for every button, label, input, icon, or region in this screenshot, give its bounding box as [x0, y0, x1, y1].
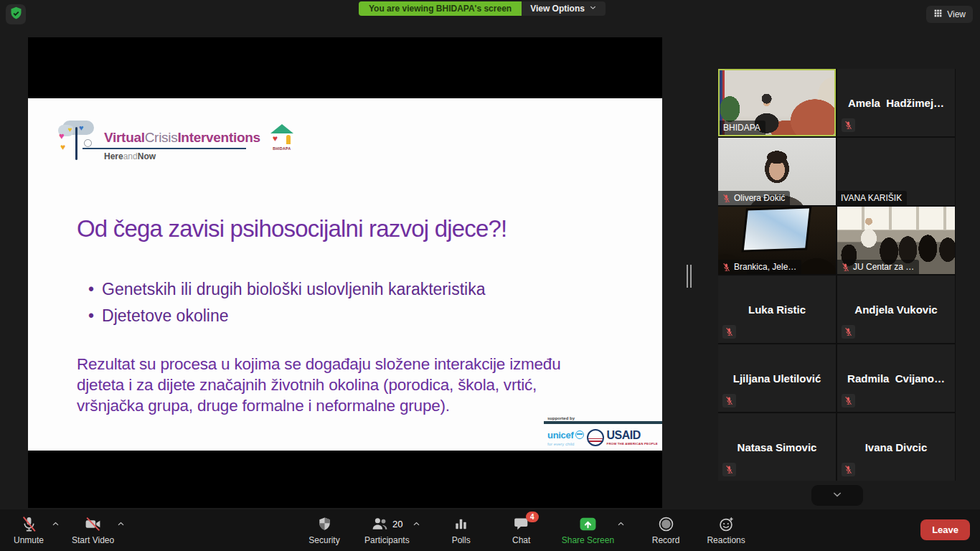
toolbar-item-record: Record: [646, 514, 686, 545]
logo-tagline-word: Here: [104, 151, 123, 161]
participant-tile-ivana-divcic[interactable]: Ivana Divcic: [837, 413, 955, 481]
participant-name-label: IVANA KARIŠIK: [837, 191, 907, 205]
participants-options-caret[interactable]: [412, 519, 421, 529]
bird-icon: [84, 139, 92, 147]
slide-bullet: Genetskih ili drugih biološki uslovljeni…: [88, 276, 485, 303]
view-button-label: View: [947, 9, 966, 19]
participant-tile-amela-had-imej[interactable]: Amela Hadžimej…: [837, 69, 955, 136]
mic-muted-icon: [842, 118, 855, 132]
participants-button[interactable]: 20Participants: [364, 514, 410, 545]
slide-bullet-text: Djetetove okoline: [102, 303, 228, 329]
slide-bullet: Djetetove okoline: [88, 303, 485, 329]
leave-button[interactable]: Leave: [920, 519, 970, 540]
usaid-seal-icon: [587, 429, 604, 446]
bhidapa-house-icon: ♥ BHIDAPA: [268, 124, 296, 157]
mic-muted-icon: [842, 463, 855, 476]
unicef-logo: unicef for every child: [547, 430, 584, 446]
mic-muted-icon: [722, 263, 731, 272]
security-button[interactable]: Security: [304, 514, 344, 545]
participant-tile-andjela-vukovic[interactable]: Andjela Vukovic: [837, 276, 955, 343]
record-icon: [657, 515, 675, 533]
participant-tile-ljiljana-uletilovi[interactable]: Ljiljana Uletilović: [718, 344, 836, 412]
share-screen-label: Share Screen: [562, 535, 614, 545]
meeting-security-shield-button[interactable]: [6, 4, 26, 24]
share-screen-button[interactable]: Share Screen: [562, 514, 614, 545]
toolbar-item-participants: 20Participants: [364, 514, 421, 545]
participant-tile-ivana-kari-ik[interactable]: IVANA KARIŠIK: [837, 138, 955, 205]
polls-button[interactable]: Polls: [441, 514, 481, 545]
participant-tile-brankica-jele[interactable]: Brankica, Jele…: [718, 207, 836, 274]
supported-by-label: supported by: [547, 416, 662, 420]
chevron-down-icon: [831, 489, 843, 503]
viewing-screen-banner: You are viewing BHIDAPA's screen: [359, 1, 522, 16]
mic-muted-icon: [841, 263, 850, 272]
toolbar-item-polls: Polls: [441, 514, 481, 545]
participant-tile-ju-centar-za[interactable]: JU Centar za …: [837, 207, 955, 274]
mic-off-icon: [20, 515, 38, 533]
usaid-wordmark: USAID: [607, 430, 658, 441]
chat-icon: 4: [513, 515, 530, 532]
share-screen-options-caret[interactable]: [616, 519, 626, 529]
start-video-button[interactable]: Start Video: [72, 514, 114, 545]
presentation-slide: ♥ ♥ ♥ ♥ VirtualCrisisInterventions Herea…: [28, 98, 662, 451]
heart-icon: ♥: [68, 126, 72, 133]
zoom-meeting-window: You are viewing BHIDAPA's screen View Op…: [0, 0, 980, 551]
slide-bullets: Genetskih ili drugih biološki uslovljeni…: [88, 276, 485, 329]
logo-tagline-text: HereandNow: [104, 151, 260, 161]
screen-share-banner-group: You are viewing BHIDAPA's screen View Op…: [359, 1, 606, 16]
participant-name: Olivera Đokić: [734, 193, 785, 203]
bhidapa-logo-label: BHIDAPA: [268, 146, 296, 151]
logo-tagline-word: Now: [138, 151, 156, 161]
toolbar-center-group: Security20ParticipantsPolls4ChatShare Sc…: [304, 514, 746, 545]
unicef-globe-icon: [575, 430, 584, 439]
shield-icon: [316, 516, 333, 532]
logo-tree-cloud-icon: ♥ ♥ ♥ ♥: [58, 120, 101, 163]
participant-name: Brankica, Jele…: [734, 262, 796, 272]
unmute-button[interactable]: Unmute: [9, 514, 49, 545]
participant-tile-radmila-cvijano[interactable]: Radmila Cvijano…: [837, 344, 955, 412]
chat-unread-badge: 4: [526, 512, 539, 522]
view-options-button[interactable]: View Options: [522, 1, 606, 16]
security-label: Security: [308, 535, 339, 545]
participants-icon: [371, 515, 389, 533]
toolbar-item-start-video: Start Video: [72, 514, 126, 545]
logo-brand-word: Interventions: [177, 130, 260, 145]
toolbar-item-security: Security: [304, 514, 344, 545]
logo-divider-line: [83, 148, 246, 149]
slide-bullet-text: Genetskih ili drugih biološki uslovljeni…: [102, 276, 485, 303]
panel-resize-handle[interactable]: [687, 265, 692, 288]
polls-icon: [453, 516, 469, 532]
participant-tile-olivera-oki[interactable]: Olivera Đokić: [718, 138, 836, 205]
view-layout-button[interactable]: View: [926, 6, 973, 23]
reactions-label: Reactions: [707, 535, 745, 545]
usaid-tagline: FROM THE AMERICAN PEOPLE: [607, 443, 658, 446]
reactions-button[interactable]: Reactions: [706, 514, 746, 545]
gallery-more-button[interactable]: [811, 485, 863, 506]
unmute-options-caret[interactable]: [51, 519, 60, 529]
reactions-icon: [717, 515, 735, 533]
slide-paragraph: Rezultat su procesa u kojima se događaju…: [77, 354, 593, 416]
logo-brand-text: VirtualCrisisInterventions: [104, 130, 260, 146]
record-button[interactable]: Record: [646, 514, 686, 545]
heart-icon: ♥: [79, 124, 84, 132]
supporters-block: supported by unicef for every child USAI…: [544, 416, 662, 448]
chevron-down-icon: [589, 1, 597, 16]
polls-label: Polls: [452, 535, 471, 545]
unicef-wordmark: unicef: [547, 430, 573, 441]
participant-name-label: BHIDAPA: [720, 121, 765, 135]
video-off-icon: [84, 515, 102, 533]
participant-tile-bhidapa[interactable]: BHIDAPA: [718, 69, 836, 136]
participant-tile-luka-ristic[interactable]: Luka Ristic: [718, 276, 836, 343]
shield-check-icon: [9, 6, 24, 24]
unicef-tagline: for every child: [547, 442, 584, 446]
mic-muted-icon: [722, 325, 736, 339]
toolbar-left-group: UnmuteStart Video: [9, 514, 126, 545]
logo-brand-word: Virtual: [104, 130, 145, 145]
chat-button[interactable]: 4Chat: [501, 514, 542, 545]
record-label: Record: [652, 535, 680, 545]
participants-label: Participants: [364, 535, 410, 545]
participants-count: 20: [392, 519, 402, 529]
participant-tile-natasa-simovic[interactable]: Natasa Simovic: [718, 413, 836, 481]
start-video-options-caret[interactable]: [116, 519, 126, 529]
toolbar-item-chat: 4Chat: [501, 514, 542, 545]
